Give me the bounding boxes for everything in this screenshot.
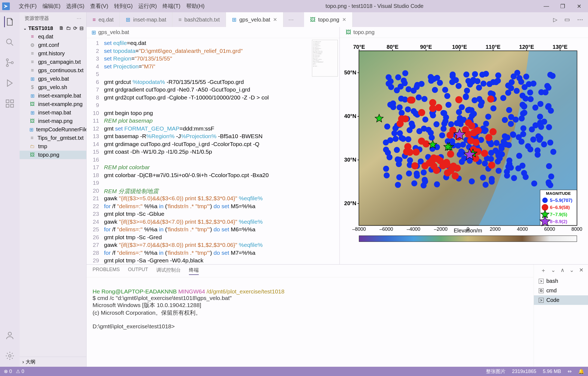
tab-debug-console[interactable]: 调试控制台 (156, 267, 181, 275)
svg-text:0: 0 (467, 226, 469, 232)
settings-gear-icon[interactable] (4, 350, 15, 361)
file-item[interactable]: ⊞inset-map.bat (20, 108, 86, 117)
tab-terminal[interactable]: 终端 (189, 267, 199, 275)
file-item[interactable]: ≡gps_continuous.txt (20, 66, 86, 75)
source-control-icon[interactable] (4, 57, 15, 68)
status-warnings[interactable]: ⚠ 0 (16, 368, 24, 374)
outline-section[interactable]: › 大纲 (20, 357, 86, 367)
menu-help[interactable]: 帮助(H) (184, 1, 207, 11)
tab-output[interactable]: OUTPUT (128, 267, 148, 275)
panel-close-icon[interactable]: ✕ (579, 267, 584, 274)
menu-go[interactable]: 转到(G) (112, 1, 135, 11)
split-editor-icon[interactable]: ▭ (564, 16, 570, 23)
status-image-mode[interactable]: 整张图片 (486, 368, 506, 375)
new-folder-icon[interactable]: 🗀 (66, 25, 71, 31)
maximize-button[interactable]: ❐ (559, 3, 567, 10)
accounts-icon[interactable] (4, 330, 15, 341)
terminal-item[interactable]: >bash (534, 276, 588, 286)
file-item[interactable]: ⊞gps_velo.bat (20, 75, 86, 83)
status-errors[interactable]: ⊗ 0 (4, 368, 12, 374)
svg-point-61 (550, 149, 556, 155)
status-bell-icon[interactable]: 🔔 (578, 368, 584, 374)
svg-point-0 (7, 39, 11, 44)
file-item[interactable]: ≡eq.dat (20, 32, 86, 41)
status-image-size[interactable]: 2319x1865 (512, 369, 536, 374)
svg-point-217 (522, 84, 528, 90)
code-lines[interactable]: set eqfile=eq.datset topodata="D:\gmt6\g… (104, 38, 339, 264)
svg-point-256 (502, 117, 508, 123)
file-item[interactable]: 🗀tmp (20, 142, 86, 151)
terminal-item[interactable]: ⧉cmd (534, 286, 588, 295)
file-item[interactable]: 🖼topo.png (20, 151, 86, 159)
file-item[interactable]: $gps_velo.sh (20, 83, 86, 92)
file-item[interactable]: ≡gmt.history (20, 49, 86, 58)
breadcrumb-left[interactable]: ⊞ gps_velo.bat (87, 27, 339, 38)
panel-maximize-icon[interactable]: ∧ (561, 267, 565, 274)
file-item[interactable]: ≡Tips_for_gmtset.txt (20, 134, 86, 142)
project-header[interactable]: ⌄ TEST1018 🗎 🗀 ⟳ ⊟ (20, 24, 86, 32)
svg-point-251 (531, 181, 537, 187)
panel-chevron-icon[interactable]: ⌄ (569, 267, 574, 274)
left-tabs-overflow-icon[interactable]: ⋯ (283, 12, 299, 27)
editor-tab[interactable]: ≡bash2batch.txt (172, 12, 226, 27)
file-item[interactable]: ≡gps_campagin.txt (20, 58, 86, 66)
menu-terminal[interactable]: 终端(T) (160, 1, 183, 11)
svg-point-307 (430, 112, 436, 118)
activity-bar (0, 12, 20, 367)
close-icon[interactable]: ✕ (273, 17, 277, 23)
svg-point-357 (454, 165, 461, 172)
menu-run[interactable]: 运行(R) (136, 1, 159, 11)
file-item[interactable]: 🖼inset-example.png (20, 100, 86, 108)
new-file-icon[interactable]: 🗎 (59, 25, 64, 31)
vscode-logo-icon (2, 2, 10, 10)
sidebar-more-icon[interactable]: ⋯ (76, 15, 81, 21)
minimap[interactable]: set eqfile=eq.dat set topodata=... set R… (312, 40, 338, 77)
svg-point-85 (402, 70, 408, 76)
svg-text:100°E: 100°E (452, 44, 467, 50)
editor-tab[interactable]: 🖼topo.png✕ (304, 12, 353, 27)
close-button[interactable]: ✕ (575, 3, 583, 10)
explorer-icon[interactable] (4, 16, 15, 27)
svg-point-308 (469, 178, 475, 184)
editor-more-icon[interactable]: ⋯ (577, 16, 583, 23)
extensions-icon[interactable] (4, 98, 15, 109)
terminal-item[interactable]: >Code (534, 295, 588, 305)
svg-point-162 (394, 87, 400, 93)
status-file-size[interactable]: 5.96 MB (543, 369, 561, 374)
svg-point-303 (489, 179, 495, 185)
svg-point-155 (511, 73, 517, 79)
file-item[interactable]: ⊞inset-example.bat (20, 92, 86, 100)
map-chart: 70°E80°E90°E100°E110°E120°E130°E20°N30°N… (344, 43, 584, 250)
status-bar: ⊗ 0 ⚠ 0 整张图片 2319x1865 5.96 MB ⇔ 🔔 (0, 367, 588, 376)
terminal-dropdown-icon[interactable]: ⌄ (551, 267, 556, 274)
file-item[interactable]: 🖼inset-map.png (20, 117, 86, 125)
collapse-icon[interactable]: ⊟ (79, 25, 84, 31)
file-item[interactable]: ⊞tempCodeRunnerFile... (20, 125, 86, 134)
close-icon[interactable]: ✕ (342, 17, 346, 23)
file-item[interactable]: ⚙gmt.conf (20, 41, 86, 49)
svg-point-269 (449, 79, 455, 85)
status-feedback-icon[interactable]: ⇔ (568, 368, 572, 374)
image-preview[interactable]: 70°E80°E90°E100°E110°E120°E130°E20°N30°N… (340, 38, 588, 264)
menu-edit[interactable]: 编辑(E) (40, 1, 63, 11)
code-body[interactable]: 1234567891011121314151617181920212223242… (87, 38, 339, 264)
run-debug-icon[interactable] (4, 78, 15, 89)
editor-tab[interactable]: ⊞inset-map.bat (120, 12, 172, 27)
svg-point-161 (515, 165, 521, 171)
menu-selection[interactable]: 选择(S) (64, 1, 87, 11)
minimize-button[interactable]: — (542, 3, 550, 10)
file-label: Tips_for_gmtset.txt (38, 135, 84, 141)
terminal-output[interactable]: He Rong@LAPTOP-EADAKNNB MINGW64 /d/gmt6/… (87, 277, 534, 367)
file-label: gmt.conf (38, 42, 59, 48)
breadcrumb-right[interactable]: 🖼 topo.png (340, 27, 588, 38)
search-icon[interactable] (4, 37, 15, 48)
menu-view[interactable]: 查看(V) (88, 1, 111, 11)
menu-file[interactable]: 文件(F) (17, 1, 39, 11)
tab-problems[interactable]: PROBLEMS (93, 267, 120, 275)
file-label: inset-map.png (38, 118, 73, 124)
run-icon[interactable]: ▷ (553, 16, 557, 23)
refresh-icon[interactable]: ⟳ (73, 25, 77, 31)
editor-tab[interactable]: ≡eq.dat (87, 12, 120, 27)
new-terminal-icon[interactable]: ＋ (541, 267, 546, 274)
editor-tab[interactable]: ⊞gps_velo.bat✕ (226, 12, 283, 27)
